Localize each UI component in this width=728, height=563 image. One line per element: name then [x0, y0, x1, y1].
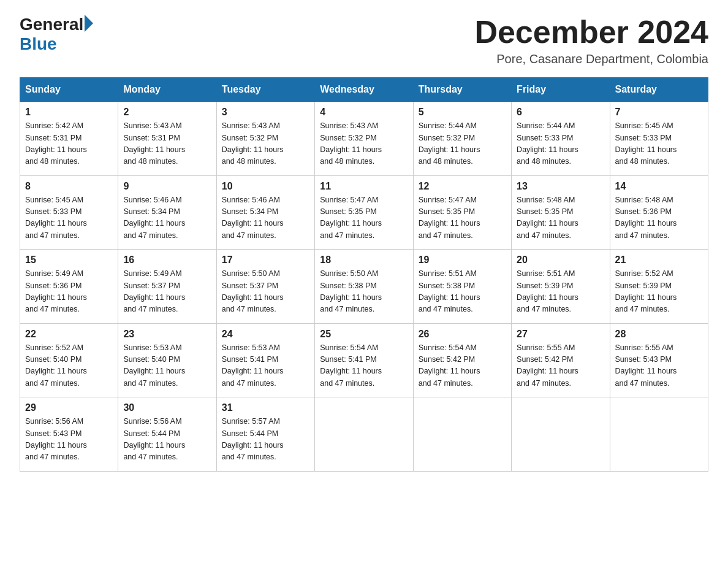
table-row: 9 Sunrise: 5:46 AMSunset: 5:34 PMDayligh…: [118, 175, 216, 250]
day-number: 9: [123, 181, 211, 192]
day-number: 20: [517, 255, 604, 266]
day-number: 28: [615, 329, 703, 340]
day-info: Sunrise: 5:54 AMSunset: 5:42 PMDaylight:…: [419, 343, 480, 388]
day-number: 8: [25, 181, 113, 192]
table-row: 10 Sunrise: 5:46 AMSunset: 5:34 PMDaylig…: [216, 175, 314, 250]
day-number: 31: [222, 402, 309, 413]
table-row: 11 Sunrise: 5:47 AMSunset: 5:35 PMDaylig…: [315, 175, 413, 250]
day-info: Sunrise: 5:48 AMSunset: 5:36 PMDaylight:…: [615, 196, 677, 240]
day-info: Sunrise: 5:50 AMSunset: 5:37 PMDaylight:…: [222, 269, 284, 313]
table-row: 31 Sunrise: 5:57 AMSunset: 5:44 PMDaylig…: [216, 397, 314, 472]
day-number: 2: [123, 107, 211, 118]
day-number: 1: [25, 107, 113, 118]
table-row: 4 Sunrise: 5:43 AMSunset: 5:32 PMDayligh…: [315, 102, 413, 176]
day-info: Sunrise: 5:43 AMSunset: 5:31 PMDaylight:…: [123, 121, 185, 166]
day-info: Sunrise: 5:51 AMSunset: 5:38 PMDaylight:…: [419, 269, 480, 313]
day-number: 15: [25, 255, 113, 266]
day-number: 14: [615, 181, 703, 192]
table-row: 8 Sunrise: 5:45 AMSunset: 5:33 PMDayligh…: [20, 175, 118, 250]
day-number: 24: [222, 329, 309, 340]
day-number: 11: [320, 181, 408, 192]
table-row: 20 Sunrise: 5:51 AMSunset: 5:39 PMDaylig…: [512, 250, 610, 324]
day-info: Sunrise: 5:43 AMSunset: 5:32 PMDaylight:…: [320, 121, 382, 166]
table-row: 16 Sunrise: 5:49 AMSunset: 5:37 PMDaylig…: [118, 250, 216, 324]
col-wednesday: Wednesday: [315, 78, 413, 102]
day-number: 25: [320, 329, 408, 340]
table-row: 17 Sunrise: 5:50 AMSunset: 5:37 PMDaylig…: [216, 250, 314, 324]
day-info: Sunrise: 5:48 AMSunset: 5:35 PMDaylight:…: [517, 196, 578, 240]
location-subtitle: Pore, Casanare Department, Colombia: [474, 52, 708, 66]
table-row: [610, 397, 708, 472]
calendar-week-row: 29 Sunrise: 5:56 AMSunset: 5:43 PMDaylig…: [20, 397, 708, 472]
table-row: 29 Sunrise: 5:56 AMSunset: 5:43 PMDaylig…: [20, 397, 118, 472]
calendar-week-row: 1 Sunrise: 5:42 AMSunset: 5:31 PMDayligh…: [20, 102, 708, 176]
page-header: General Blue December 2024 Pore, Casanar…: [20, 15, 708, 66]
day-number: 19: [419, 255, 506, 266]
table-row: 19 Sunrise: 5:51 AMSunset: 5:38 PMDaylig…: [413, 250, 511, 324]
day-info: Sunrise: 5:53 AMSunset: 5:41 PMDaylight:…: [222, 343, 284, 388]
calendar-week-row: 15 Sunrise: 5:49 AMSunset: 5:36 PMDaylig…: [20, 250, 708, 324]
table-row: 12 Sunrise: 5:47 AMSunset: 5:35 PMDaylig…: [413, 175, 511, 250]
table-row: 6 Sunrise: 5:44 AMSunset: 5:33 PMDayligh…: [512, 102, 610, 176]
day-info: Sunrise: 5:55 AMSunset: 5:42 PMDaylight:…: [517, 343, 578, 388]
col-thursday: Thursday: [413, 78, 511, 102]
col-saturday: Saturday: [610, 78, 708, 102]
day-number: 3: [222, 107, 309, 118]
day-number: 13: [517, 181, 604, 192]
table-row: 24 Sunrise: 5:53 AMSunset: 5:41 PMDaylig…: [216, 323, 314, 397]
day-number: 16: [123, 255, 211, 266]
day-info: Sunrise: 5:49 AMSunset: 5:37 PMDaylight:…: [123, 269, 185, 313]
day-info: Sunrise: 5:43 AMSunset: 5:32 PMDaylight:…: [222, 121, 284, 166]
day-number: 21: [615, 255, 703, 266]
table-row: [315, 397, 413, 472]
day-info: Sunrise: 5:54 AMSunset: 5:41 PMDaylight:…: [320, 343, 382, 388]
day-info: Sunrise: 5:42 AMSunset: 5:31 PMDaylight:…: [25, 121, 87, 166]
calendar-week-row: 8 Sunrise: 5:45 AMSunset: 5:33 PMDayligh…: [20, 175, 708, 250]
day-info: Sunrise: 5:51 AMSunset: 5:39 PMDaylight:…: [517, 269, 578, 313]
day-info: Sunrise: 5:56 AMSunset: 5:44 PMDaylight:…: [123, 417, 185, 461]
day-info: Sunrise: 5:46 AMSunset: 5:34 PMDaylight:…: [222, 196, 284, 240]
day-info: Sunrise: 5:47 AMSunset: 5:35 PMDaylight:…: [320, 196, 382, 240]
table-row: 30 Sunrise: 5:56 AMSunset: 5:44 PMDaylig…: [118, 397, 216, 472]
table-row: 26 Sunrise: 5:54 AMSunset: 5:42 PMDaylig…: [413, 323, 511, 397]
table-row: [413, 397, 511, 472]
col-monday: Monday: [118, 78, 216, 102]
table-row: 22 Sunrise: 5:52 AMSunset: 5:40 PMDaylig…: [20, 323, 118, 397]
day-number: 6: [517, 107, 604, 118]
table-row: 7 Sunrise: 5:45 AMSunset: 5:33 PMDayligh…: [610, 102, 708, 176]
day-number: 4: [320, 107, 408, 118]
day-number: 23: [123, 329, 211, 340]
logo-arrow-icon: [85, 15, 93, 32]
table-row: 13 Sunrise: 5:48 AMSunset: 5:35 PMDaylig…: [512, 175, 610, 250]
logo-blue-text: Blue: [20, 34, 57, 54]
day-number: 18: [320, 255, 408, 266]
day-info: Sunrise: 5:53 AMSunset: 5:40 PMDaylight:…: [123, 343, 185, 388]
col-tuesday: Tuesday: [216, 78, 314, 102]
day-number: 27: [517, 329, 604, 340]
day-number: 12: [419, 181, 506, 192]
day-info: Sunrise: 5:57 AMSunset: 5:44 PMDaylight:…: [222, 417, 284, 461]
table-row: 21 Sunrise: 5:52 AMSunset: 5:39 PMDaylig…: [610, 250, 708, 324]
day-number: 17: [222, 255, 309, 266]
calendar-week-row: 22 Sunrise: 5:52 AMSunset: 5:40 PMDaylig…: [20, 323, 708, 397]
day-info: Sunrise: 5:56 AMSunset: 5:43 PMDaylight:…: [25, 417, 87, 461]
table-row: 28 Sunrise: 5:55 AMSunset: 5:43 PMDaylig…: [610, 323, 708, 397]
table-row: 2 Sunrise: 5:43 AMSunset: 5:31 PMDayligh…: [118, 102, 216, 176]
day-number: 26: [419, 329, 506, 340]
day-info: Sunrise: 5:46 AMSunset: 5:34 PMDaylight:…: [123, 196, 185, 240]
calendar-table: Sunday Monday Tuesday Wednesday Thursday…: [20, 77, 708, 472]
day-info: Sunrise: 5:50 AMSunset: 5:38 PMDaylight:…: [320, 269, 382, 313]
day-number: 22: [25, 329, 113, 340]
table-row: 14 Sunrise: 5:48 AMSunset: 5:36 PMDaylig…: [610, 175, 708, 250]
table-row: 23 Sunrise: 5:53 AMSunset: 5:40 PMDaylig…: [118, 323, 216, 397]
day-info: Sunrise: 5:45 AMSunset: 5:33 PMDaylight:…: [25, 196, 87, 240]
day-info: Sunrise: 5:47 AMSunset: 5:35 PMDaylight:…: [419, 196, 480, 240]
title-block: December 2024 Pore, Casanare Department,…: [474, 15, 708, 66]
table-row: 25 Sunrise: 5:54 AMSunset: 5:41 PMDaylig…: [315, 323, 413, 397]
day-number: 5: [419, 107, 506, 118]
day-info: Sunrise: 5:44 AMSunset: 5:33 PMDaylight:…: [517, 121, 578, 166]
table-row: 5 Sunrise: 5:44 AMSunset: 5:32 PMDayligh…: [413, 102, 511, 176]
table-row: 3 Sunrise: 5:43 AMSunset: 5:32 PMDayligh…: [216, 102, 314, 176]
day-number: 30: [123, 402, 211, 413]
table-row: 15 Sunrise: 5:49 AMSunset: 5:36 PMDaylig…: [20, 250, 118, 324]
